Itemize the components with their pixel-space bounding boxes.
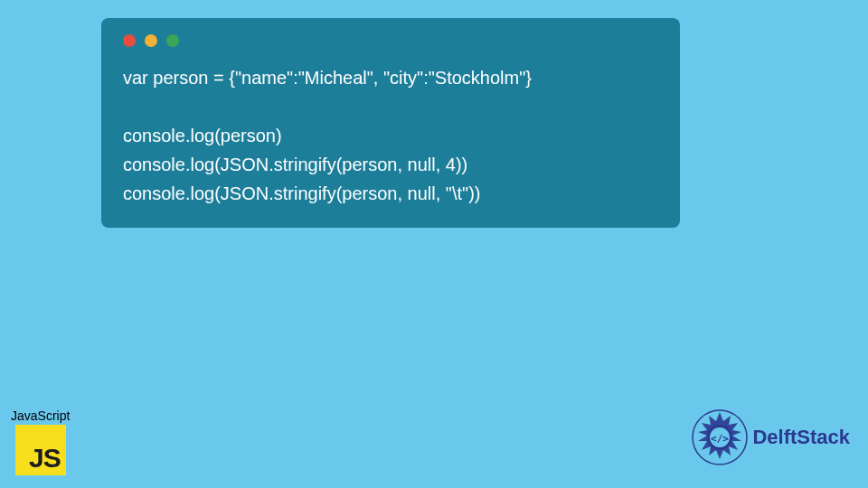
code-content: var person = {"name":"Micheal", "city":"…	[123, 63, 658, 208]
close-icon	[123, 34, 136, 47]
delftstack-badge: </> DelftStack	[691, 408, 850, 466]
code-line: console.log(JSON.stringify(person, null,…	[123, 183, 480, 203]
code-line: console.log(person)	[123, 126, 282, 145]
code-line: var person = {"name":"Micheal", "city":"…	[123, 68, 532, 88]
delftstack-logo-icon: </>	[691, 408, 749, 466]
code-line: console.log(JSON.stringify(person, null,…	[123, 155, 467, 174]
javascript-logo-icon: JS	[15, 425, 66, 475]
minimize-icon	[145, 34, 157, 47]
svg-text:</>: </>	[711, 433, 729, 445]
javascript-logo-text: JS	[29, 443, 61, 474]
javascript-badge: JavaScript JS	[11, 408, 70, 475]
javascript-label: JavaScript	[11, 408, 70, 423]
delftstack-brand-text: DelftStack	[752, 426, 850, 449]
code-window: var person = {"name":"Micheal", "city":"…	[101, 18, 680, 228]
maximize-icon	[166, 34, 179, 47]
window-controls	[123, 34, 658, 47]
